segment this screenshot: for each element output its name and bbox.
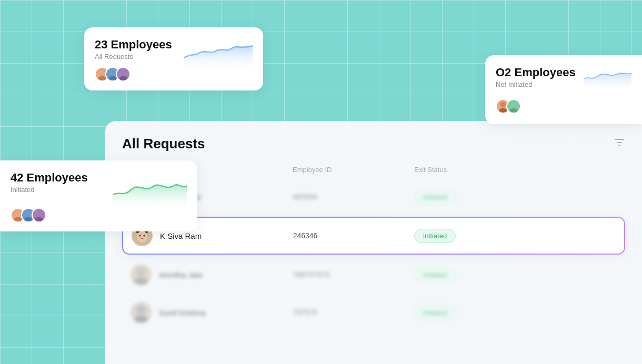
svg-point-14: [36, 210, 42, 216]
svg-point-2: [110, 69, 115, 75]
employee-id-sunil: 757575: [293, 308, 414, 317]
status-cell-amritha: Initiated: [414, 268, 536, 282]
chart-02: [584, 66, 631, 89]
status-cell-ksivaram: Initiated: [414, 229, 535, 243]
card-02-count: O2 Employees: [496, 66, 576, 79]
employee-id-ksivaram: 246346: [293, 231, 414, 240]
page-title: All Requests: [122, 136, 205, 152]
table-row-sunil: Sunil Krishna 757575 Initiated: [122, 295, 625, 330]
chart-23: [184, 38, 253, 67]
svg-point-11: [14, 217, 22, 222]
svg-point-9: [509, 108, 517, 113]
employee-cell-sunil: Sunil Krishna: [131, 302, 293, 323]
filter-icon[interactable]: [614, 137, 625, 151]
svg-point-15: [35, 217, 43, 222]
svg-point-26: [136, 305, 146, 315]
svg-point-4: [121, 69, 126, 75]
card-42-avatars: [11, 208, 187, 223]
avatar-02-2: [506, 99, 521, 114]
card-02-label: Not Initiated: [496, 80, 576, 88]
col-exit-status: Exit Status: [414, 166, 536, 174]
employee-name-ksivaram: K Siva Ram: [160, 231, 202, 240]
table-row-amritha: Amritha Jain 768757575 Initiated: [122, 257, 625, 292]
card-42-count: 42 Employees: [11, 171, 88, 185]
card-02-info: O2 Employees Not Initiated: [496, 66, 576, 88]
svg-point-1: [98, 76, 106, 81]
card-23-avatars: [95, 67, 253, 82]
main-header: All Requests: [105, 121, 642, 160]
avatar-42-3: [32, 208, 46, 223]
card-23-employees: 23 Employees All Requests: [84, 27, 263, 90]
table-header: Employee ID Exit Status: [122, 160, 625, 179]
col-employee-id: Employee ID: [293, 166, 414, 174]
svg-point-0: [99, 69, 105, 75]
card-23-label: All Requests: [95, 53, 172, 60]
svg-point-6: [500, 102, 506, 107]
employee-id-amritha: 768757575: [293, 270, 414, 279]
card-42-label: Initiated: [11, 186, 88, 194]
card-23-info: 23 Employees All Requests: [95, 38, 172, 60]
svg-point-22: [139, 235, 141, 237]
svg-point-7: [499, 108, 507, 113]
status-cell-sunil: Initiated: [414, 306, 536, 320]
table-row-highlighted[interactable]: K Siva Ram 246346 Initiated: [122, 217, 625, 255]
avatar-3: [116, 67, 131, 82]
col-empty: [536, 166, 617, 174]
card-02-header: O2 Employees Not Initiated: [496, 66, 631, 89]
main-panel: All Requests Employee ID Exit Status Vik…: [105, 121, 642, 364]
card-42-employees: 42 Employees Initiated: [0, 160, 197, 231]
svg-point-23: [144, 235, 145, 237]
card-02-avatars: [496, 99, 631, 114]
svg-point-13: [24, 217, 32, 222]
svg-point-8: [511, 102, 516, 107]
status-badge-amritha: Initiated: [414, 268, 456, 282]
card-02-employees: O2 Employees Not Initiated: [485, 55, 642, 124]
card-23-count: 23 Employees: [95, 38, 172, 52]
card-42-header: 42 Employees Initiated: [11, 171, 187, 208]
svg-point-5: [119, 76, 127, 81]
card-42-info: 42 Employees Initiated: [11, 171, 88, 194]
card-23-header: 23 Employees All Requests: [95, 38, 253, 67]
avatar-group-02: [496, 99, 517, 114]
svg-point-10: [15, 210, 21, 216]
employee-name-amritha: Amritha Jain: [159, 270, 203, 279]
status-badge: Initiated: [414, 190, 456, 204]
svg-point-21: [137, 231, 147, 242]
employee-id: 465554: [293, 193, 414, 201]
status-badge-sunil: Initiated: [414, 306, 456, 320]
svg-point-25: [134, 278, 148, 285]
table-row: Vikas Tiwari 465554 Initiated: [122, 179, 625, 215]
svg-point-12: [26, 210, 31, 216]
avatar-sunil: [131, 302, 152, 323]
svg-point-27: [134, 316, 148, 323]
avatar-group-42: [11, 208, 42, 223]
avatar-amritha: [131, 264, 152, 285]
employee-name-sunil: Sunil Krishna: [159, 308, 205, 317]
svg-point-24: [136, 267, 146, 277]
chart-42: [113, 171, 187, 208]
status-badge-ksivaram: Initiated: [414, 229, 456, 243]
employee-cell-amritha: Amritha Jain: [131, 264, 293, 285]
avatar-group-23: [95, 67, 126, 82]
status-cell: Initiated: [414, 190, 536, 204]
svg-point-3: [108, 76, 116, 81]
